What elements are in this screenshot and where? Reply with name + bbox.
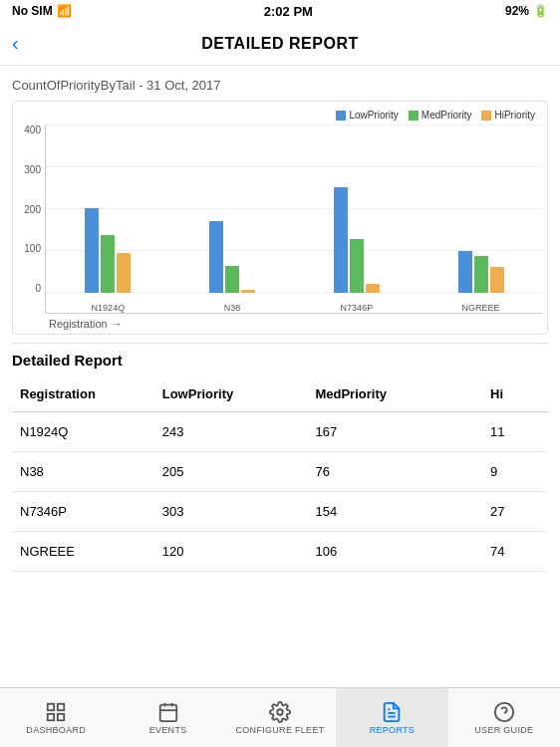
chart-container: LowPriority MedPriority HiPriority 400 3… [12,101,548,335]
svg-rect-2 [48,713,54,719]
chart-legend: LowPriority MedPriority HiPriority [17,110,543,121]
page-header: ‹ DETAILED REPORT [0,22,560,66]
legend-hi: HiPriority [481,110,535,121]
user-guide-icon [493,701,515,723]
bar-group-n1924q [46,208,170,313]
events-icon [157,701,179,723]
x-axis-label: Registration [49,318,108,330]
legend-hi-label: HiPriority [494,110,535,121]
bar-n1924q-low [85,208,99,293]
chart-title-sub: - 31 Oct, 2017 [136,78,221,93]
col-header-reg: Registration [12,376,154,412]
battery-icon: 🔋 [533,4,548,18]
report-table: Registration LowPriority MedPriority Hi … [12,376,548,572]
chart-title: CountOfPriorityByTail - 31 Oct, 2017 [12,78,548,93]
table-row: N38 205 76 9 [12,452,548,492]
table-body: N1924Q 243 167 11 N38 205 76 9 N7346P 30… [12,412,548,572]
cell-hi-2: 9 [482,452,548,492]
svg-point-8 [277,709,283,715]
nav-label-configure-fleet: CONFIGURE FLEET [236,725,325,735]
bar-n38-hi [241,290,255,294]
col-header-med: MedPriority [307,376,482,412]
nav-label-reports: REPORTS [370,725,415,735]
y-label-0: 0 [35,283,41,294]
status-bar-right: 92% 🔋 [505,4,548,18]
scroll-hint-icon: → [112,318,123,330]
bar-n7346p-hi [366,284,380,293]
bar-n38-low [209,221,223,293]
cell-med-2: 76 [307,452,482,492]
grid-line-400 [46,124,543,125]
cell-low-3: 303 [154,492,308,532]
page-title: DETAILED REPORT [201,35,358,53]
legend-med-label: MedPriority [421,110,472,121]
section-title: Detailed Report [12,352,548,369]
legend-low-dot [336,111,346,121]
cell-med-4: 106 [307,532,482,572]
bar-n38-med [225,266,239,293]
bar-group-ngreee [419,251,543,313]
chart-title-main: CountOfPriorityByTail [12,78,136,93]
bottom-nav: DASHBOARD EVENTS CONFIGURE FLEET REPORTS [0,687,560,747]
chart-footer: Registration → [17,314,543,330]
table-row: NGREEE 120 106 74 [12,532,548,572]
cell-low-2: 205 [154,452,308,492]
bar-ngreee-hi [490,267,504,293]
bar-n7346p-med [350,239,364,293]
section-divider [12,343,548,344]
legend-low-label: LowPriority [349,110,398,121]
grid-line-300 [46,166,543,167]
cell-reg-2: N38 [12,452,154,492]
main-content: CountOfPriorityByTail - 31 Oct, 2017 Low… [0,66,560,687]
col-header-hi: Hi [482,376,548,412]
table-row: N7346P 303 154 27 [12,492,548,532]
svg-rect-0 [48,703,54,709]
chart-area: 400 300 200 100 0 [17,124,543,314]
cell-hi-4: 74 [482,532,548,572]
cell-low-4: 120 [154,532,308,572]
bar-n1924q-hi [117,253,131,293]
cell-reg-3: N7346P [12,492,154,532]
cell-hi-3: 27 [482,492,548,532]
bar-ngreee-low [458,251,472,293]
cell-med-1: 167 [307,412,482,452]
reports-icon [381,701,403,723]
wifi-icon: 📶 [57,4,72,18]
dashboard-icon [45,701,67,723]
nav-label-events: EVENTS [149,725,187,735]
cell-med-3: 154 [307,492,482,532]
cell-low-1: 243 [154,412,308,452]
svg-rect-4 [159,704,176,721]
y-label-200: 200 [24,204,41,215]
cell-reg-1: N1924Q [12,412,154,452]
cell-hi-1: 11 [482,412,548,452]
table-header: Registration LowPriority MedPriority Hi [12,376,548,412]
nav-item-reports[interactable]: REPORTS [336,688,447,747]
bar-n7346p-low [334,187,348,293]
bar-group-n7346p [295,187,420,313]
y-label-100: 100 [24,243,41,254]
cell-reg-4: NGREEE [12,532,154,572]
table-row: N1924Q 243 167 11 [12,412,548,452]
y-label-300: 300 [24,164,41,175]
nav-item-dashboard[interactable]: DASHBOARD [0,688,112,747]
table-header-row: Registration LowPriority MedPriority Hi [12,376,548,412]
col-header-low: LowPriority [154,376,308,412]
bar-ngreee-med [474,256,488,293]
status-bar: No SIM 📶 2:02 PM 92% 🔋 [0,0,560,22]
legend-low: LowPriority [336,110,398,121]
bar-group-n38 [170,221,295,313]
legend-med-dot [409,111,419,121]
nav-label-dashboard: DASHBOARD [26,725,86,735]
nav-item-events[interactable]: EVENTS [112,688,223,747]
svg-rect-3 [58,713,64,719]
nav-item-user-guide[interactable]: USER GUIDE [448,688,560,747]
status-bar-time: 2:02 PM [264,4,313,19]
y-axis: 400 300 200 100 0 [17,124,45,314]
svg-rect-1 [58,703,64,709]
configure-fleet-icon [269,701,291,723]
back-button[interactable]: ‹ [12,32,19,55]
y-label-400: 400 [24,124,41,135]
nav-item-configure-fleet[interactable]: CONFIGURE FLEET [224,688,336,747]
nav-label-user-guide: USER GUIDE [474,725,533,735]
